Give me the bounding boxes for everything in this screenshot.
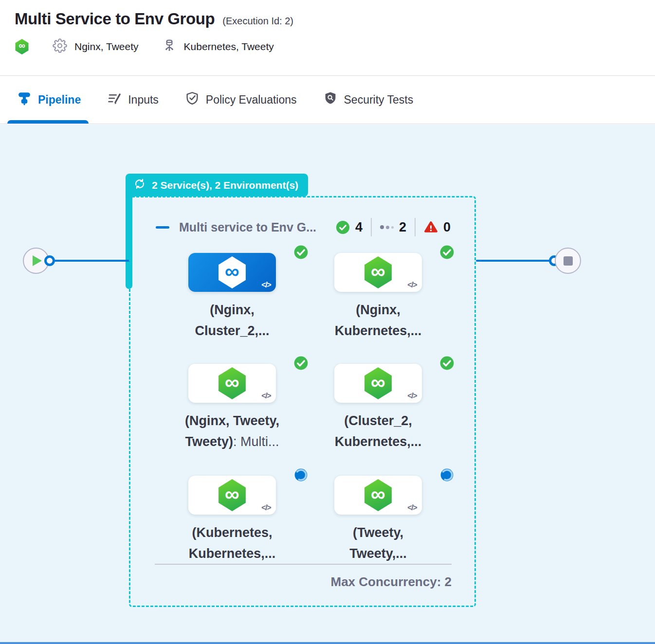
matrix-node-6: ∞ </> (Tweety, Tweety,... [305,476,451,564]
success-badge-icon [439,355,455,371]
step-label: (Tweety, Tweety,... [305,522,451,564]
running-spinner-icon [439,467,455,483]
shield-scan-icon [323,91,338,108]
tab-label: Pipeline [38,93,81,107]
step-label: (Nginx, Kubernetes,... [305,300,451,341]
pipeline-icon [17,91,32,108]
step-card[interactable]: ∞ </> [188,364,276,403]
step-card[interactable]: ∞ </> [334,364,422,403]
stage-status-counts: 4 2 0 [336,218,451,236]
tab-label: Security Tests [344,93,414,107]
matrix-footer-divider [155,564,452,565]
harness-cd-icon: ∞ [15,39,29,54]
tab-label: Inputs [128,93,159,107]
page-title: Multi Service to Env Group [15,10,215,28]
success-count: 4 [355,220,363,235]
code-icon: </> [407,392,417,400]
loop-icon [133,178,146,193]
step-card[interactable]: ∞ </> [334,253,422,292]
running-count-icon [380,225,394,229]
tab-bar: Pipeline Inputs Policy Evaluations [0,75,655,124]
tab-label: Policy Evaluations [206,93,297,107]
pipeline-canvas: 2 Service(s), 2 Environment(s) Multi ser… [0,125,655,644]
step-label: (Nginx, Cluster_2,... [159,300,305,341]
harness-step-icon: ∞ [363,367,393,399]
step-card[interactable]: ∞ </> [188,476,276,515]
pipeline-end-node [555,248,581,274]
collapse-stage-button[interactable] [156,226,169,229]
play-icon [33,255,42,266]
matrix-node-4: ∞ </> (Cluster_2, Kubernetes,... [305,364,451,452]
execution-id: (Execution Id: 2) [222,16,293,27]
shield-check-icon [185,91,200,108]
environments-icon [162,38,177,55]
harness-step-icon: ∞ [217,479,247,511]
matrix-node-5: ∞ </> (Kubernetes, Kubernetes,... [159,476,305,564]
stage-name[interactable]: Multi service to Env G... [179,220,316,234]
matrix-node-1: ∞ </> (Nginx, Cluster_2,... [159,253,305,341]
max-concurrency-label: Max Concurrency: 2 [155,574,452,590]
running-count: 2 [399,220,406,235]
connector-dot-left [44,255,55,266]
harness-step-icon: ∞ [217,256,247,288]
success-count-icon [336,220,350,234]
step-label: (Nginx, Tweety, Tweety): Multi... [159,411,305,452]
tab-policy-evaluations[interactable]: Policy Evaluations [184,76,298,124]
code-icon: </> [407,281,417,289]
step-label: (Cluster_2, Kubernetes,... [305,411,451,452]
services-gear-icon [53,38,67,55]
services-label: Nginx, Tweety [74,41,139,53]
execution-header: Multi Service to Env Group (Execution Id… [0,0,655,75]
code-icon: </> [261,281,271,289]
stop-icon [564,256,573,266]
bottom-edge-strip [0,642,655,644]
tab-inputs[interactable]: Inputs [106,76,160,124]
step-card[interactable]: ∞ </> [188,253,276,292]
harness-step-icon: ∞ [363,256,393,288]
code-icon: </> [407,503,417,512]
harness-step-icon: ∞ [217,367,247,399]
failed-count-icon [424,220,438,234]
step-label: (Kubernetes, Kubernetes,... [159,522,305,564]
matrix-node-2: ∞ </> (Nginx, Kubernetes,... [305,253,451,341]
environments-label: Kubernetes, Tweety [184,41,274,53]
success-badge-icon [439,244,455,260]
failed-count: 0 [443,220,451,235]
tab-pipeline[interactable]: Pipeline [16,76,82,124]
code-icon: </> [261,392,271,400]
tab-security-tests[interactable]: Security Tests [322,76,415,124]
flow-line-left [49,260,130,262]
matrix-badge[interactable]: 2 Service(s), 2 Environment(s) [126,174,308,197]
code-icon: </> [261,503,271,512]
harness-step-icon: ∞ [363,479,393,511]
step-card[interactable]: ∞ </> [334,476,422,515]
matrix-badge-label: 2 Service(s), 2 Environment(s) [152,179,298,191]
flow-line-right [476,260,554,262]
inputs-icon [107,91,122,108]
matrix-node-3: ∞ </> (Nginx, Tweety, Tweety): Multi... [159,364,305,452]
